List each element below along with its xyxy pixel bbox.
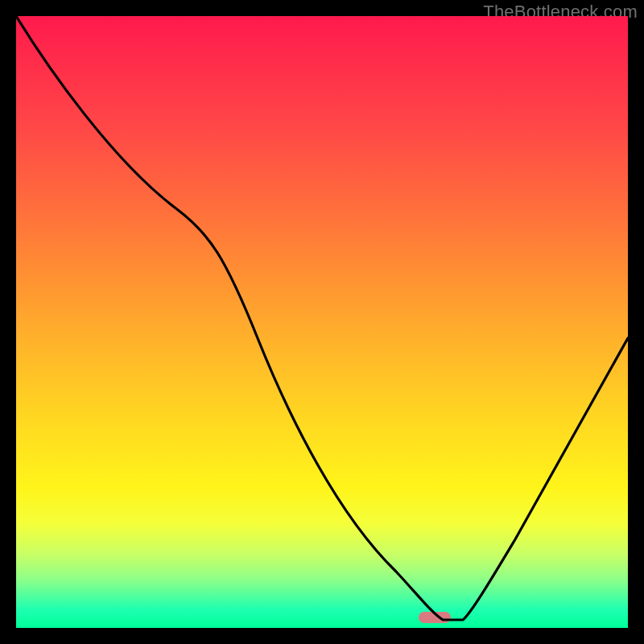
heat-gradient-background (16, 16, 628, 628)
plot-area (16, 16, 628, 628)
optimum-marker (419, 612, 451, 623)
